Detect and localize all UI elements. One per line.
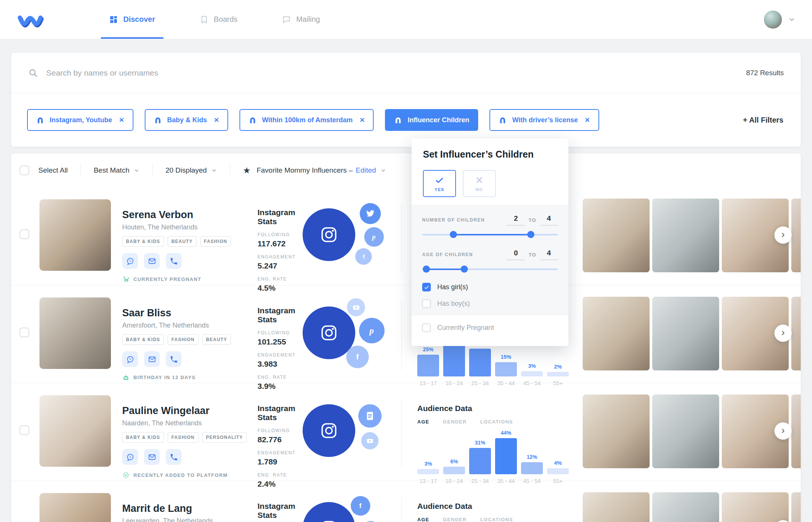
tab-gender[interactable]: GENDER bbox=[443, 517, 467, 522]
filter-icon bbox=[498, 116, 507, 124]
tab-gender[interactable]: GENDER bbox=[443, 419, 467, 425]
filter-chip-location[interactable]: Within 100km of Amsterdam ✕ bbox=[239, 109, 374, 131]
yes-option[interactable]: YES bbox=[423, 170, 456, 197]
tab-mailing[interactable]: Mailing bbox=[282, 0, 320, 39]
pinterest-bubble[interactable] bbox=[364, 227, 384, 247]
age-of-children-slider[interactable] bbox=[422, 269, 558, 270]
phone-button[interactable] bbox=[166, 449, 182, 465]
twitter-bubble[interactable] bbox=[360, 203, 381, 224]
facebook-bubble[interactable] bbox=[351, 496, 370, 516]
slider-handle[interactable] bbox=[527, 231, 534, 238]
tag-chip: FASHION bbox=[200, 236, 231, 247]
all-filters-button[interactable]: + All Filters bbox=[743, 116, 785, 124]
favorites-dropdown[interactable] bbox=[380, 168, 386, 173]
filter-chip-platforms[interactable]: Instagram, Youtube ✕ bbox=[27, 109, 133, 131]
remove-filter-icon[interactable]: ✕ bbox=[214, 116, 219, 124]
yes-label: YES bbox=[435, 187, 444, 192]
youtube-bubble[interactable] bbox=[361, 432, 379, 449]
row-checkbox[interactable] bbox=[20, 425, 29, 435]
instagram-bubble[interactable] bbox=[303, 502, 355, 522]
filter-chip-drivers-license[interactable]: With driver’s license ✕ bbox=[489, 109, 599, 131]
next-photos-button[interactable]: › bbox=[774, 226, 792, 244]
edited-link[interactable]: Edited bbox=[356, 166, 376, 175]
status-text: BIRTHDAY IN 12 DAYS bbox=[133, 375, 196, 380]
pinterest-bubble[interactable] bbox=[359, 318, 385, 343]
post-thumbnail bbox=[791, 492, 801, 522]
post-thumbnail bbox=[791, 395, 801, 468]
instagram-bubble[interactable] bbox=[303, 404, 355, 457]
youtube-bubble[interactable] bbox=[347, 298, 365, 316]
remove-filter-icon[interactable]: ✕ bbox=[359, 116, 365, 124]
tab-age[interactable]: AGE bbox=[417, 419, 429, 425]
age-bar: 44%35 - 44 bbox=[495, 428, 517, 484]
user-avatar[interactable] bbox=[764, 11, 782, 29]
check-icon bbox=[435, 176, 444, 185]
has-boys-checkbox[interactable]: Has boy(s) bbox=[422, 299, 470, 308]
facebook-bubble[interactable] bbox=[346, 346, 369, 368]
instagram-icon bbox=[320, 422, 338, 440]
email-button[interactable] bbox=[144, 449, 160, 465]
row-checkbox[interactable] bbox=[20, 328, 29, 337]
filter-chip-influencer-children[interactable]: Influencer Children bbox=[385, 109, 478, 131]
remove-filter-icon[interactable]: ✕ bbox=[585, 116, 590, 124]
to-label: TO bbox=[529, 217, 536, 223]
email-button[interactable] bbox=[144, 253, 160, 269]
results-list-card: Select All Best Match 20 Displayed ★ Fav… bbox=[11, 153, 801, 522]
children-from-input[interactable]: 2 bbox=[507, 214, 525, 226]
next-photos-button[interactable]: › bbox=[774, 325, 792, 342]
tab-discover[interactable]: Discover bbox=[109, 0, 155, 39]
status-badge: BIRTHDAY IN 12 DAYS bbox=[122, 373, 254, 381]
influencer-photo bbox=[39, 493, 111, 522]
slider-handle[interactable] bbox=[461, 266, 468, 273]
facebook-icon bbox=[351, 351, 363, 363]
divider bbox=[401, 300, 402, 370]
chevron-down-icon[interactable] bbox=[788, 16, 795, 23]
next-photos-button[interactable]: › bbox=[774, 422, 792, 440]
audience-data: Audience Data AGE GENDER LOCATIONS 3%13 … bbox=[417, 404, 575, 484]
age-from-input[interactable]: 0 bbox=[507, 249, 525, 260]
email-button[interactable] bbox=[144, 351, 160, 367]
displayed-dropdown[interactable]: 20 Displayed bbox=[165, 166, 217, 175]
tab-label: Mailing bbox=[296, 15, 320, 24]
whatsapp-button[interactable] bbox=[122, 449, 138, 465]
age-to-input[interactable]: 4 bbox=[540, 249, 558, 260]
instagram-bubble[interactable] bbox=[303, 208, 355, 261]
currently-pregnant-checkbox[interactable]: Currently Pregnant bbox=[422, 323, 494, 332]
filter-chip-category[interactable]: Baby & Kids ✕ bbox=[145, 109, 228, 131]
post-thumbnails bbox=[583, 492, 801, 522]
slider-handle[interactable] bbox=[450, 231, 457, 238]
sort-dropdown[interactable]: Best Match bbox=[94, 166, 139, 175]
filter-icon bbox=[36, 116, 44, 124]
doc-bubble[interactable] bbox=[358, 404, 382, 428]
phone-icon bbox=[170, 453, 178, 461]
popover-settings-section: NUMBER OF CHILDREN 2 TO 4 AGE OF CHILDRE… bbox=[412, 205, 568, 315]
checkbox-box bbox=[422, 283, 431, 291]
has-girls-checkbox[interactable]: Has girl(s) bbox=[422, 283, 468, 291]
row-checkbox[interactable] bbox=[20, 229, 29, 239]
number-of-children-slider[interactable] bbox=[422, 234, 558, 235]
phone-button[interactable] bbox=[166, 253, 182, 269]
brand-logo[interactable] bbox=[17, 8, 45, 31]
divider bbox=[152, 164, 153, 177]
phone-button[interactable] bbox=[166, 351, 182, 367]
tab-locations[interactable]: LOCATIONS bbox=[480, 517, 513, 522]
checkbox-label: Has girl(s) bbox=[437, 283, 468, 291]
tab-locations[interactable]: LOCATIONS bbox=[480, 419, 513, 425]
slider-handle[interactable] bbox=[423, 266, 430, 273]
search-input[interactable] bbox=[46, 68, 746, 77]
tab-age[interactable]: AGE bbox=[417, 517, 429, 522]
mail-icon bbox=[148, 257, 156, 266]
pinterest-icon bbox=[365, 324, 378, 337]
tag-chip: BABY & KIDS bbox=[122, 334, 164, 345]
post-thumbnail bbox=[583, 199, 650, 272]
whatsapp-button[interactable] bbox=[122, 253, 138, 269]
children-to-input[interactable]: 4 bbox=[540, 214, 558, 226]
facebook-bubble[interactable] bbox=[355, 248, 372, 265]
tab-boards[interactable]: Boards bbox=[200, 0, 238, 39]
remove-filter-icon[interactable]: ✕ bbox=[119, 116, 124, 124]
platform-bubbles bbox=[303, 499, 393, 522]
select-all-checkbox[interactable] bbox=[20, 165, 29, 175]
whatsapp-button[interactable] bbox=[122, 351, 138, 367]
checkbox-label: Has boy(s) bbox=[437, 300, 470, 308]
no-option[interactable]: NO bbox=[463, 170, 496, 197]
